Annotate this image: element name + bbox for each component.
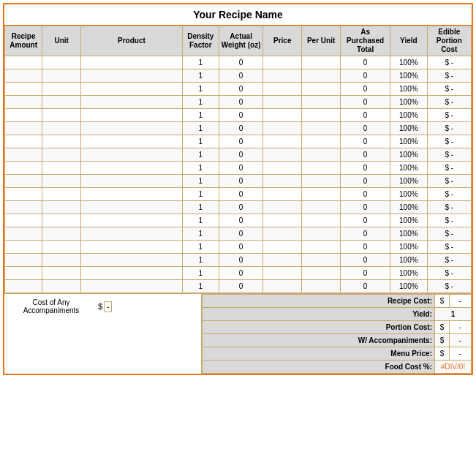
table-cell[interactable]: [42, 109, 81, 122]
table-cell[interactable]: [81, 83, 182, 96]
table-cell[interactable]: [263, 148, 302, 162]
table-cell[interactable]: [81, 175, 182, 188]
table-cell[interactable]: [81, 201, 182, 214]
table-cell[interactable]: [302, 122, 341, 135]
table-cell[interactable]: [42, 267, 81, 280]
table-cell[interactable]: [5, 175, 42, 188]
table-cell[interactable]: [42, 162, 81, 175]
table-cell[interactable]: [302, 96, 341, 109]
table-cell[interactable]: [5, 227, 42, 241]
table-cell[interactable]: [42, 175, 81, 188]
table-row: 100100%$ -: [5, 148, 472, 162]
table-cell[interactable]: [5, 83, 42, 96]
table-cell[interactable]: [263, 69, 302, 83]
table-cell[interactable]: [263, 135, 302, 148]
table-cell: 0: [219, 201, 262, 214]
table-cell[interactable]: [42, 188, 81, 201]
table-cell[interactable]: [263, 188, 302, 201]
table-cell: 100%: [390, 241, 427, 254]
accompaniments-value[interactable]: -: [104, 301, 112, 312]
table-cell[interactable]: [263, 83, 302, 96]
table-cell[interactable]: [42, 69, 81, 83]
table-cell[interactable]: [42, 227, 81, 241]
table-cell[interactable]: [263, 175, 302, 188]
table-cell[interactable]: [81, 148, 182, 162]
table-cell[interactable]: [5, 214, 42, 227]
table-cell[interactable]: [5, 148, 42, 162]
table-cell[interactable]: [42, 280, 81, 293]
table-cell[interactable]: [81, 188, 182, 201]
table-cell[interactable]: [302, 162, 341, 175]
table-cell[interactable]: [302, 175, 341, 188]
table-cell[interactable]: [42, 148, 81, 162]
table-cell: 100%: [390, 56, 427, 69]
table-cell[interactable]: [302, 83, 341, 96]
table-cell[interactable]: [5, 69, 42, 83]
table-cell[interactable]: [5, 280, 42, 293]
table-cell[interactable]: [42, 214, 81, 227]
table-cell[interactable]: [81, 109, 182, 122]
table-cell[interactable]: [5, 241, 42, 254]
table-cell[interactable]: [263, 254, 302, 267]
table-cell[interactable]: [42, 135, 81, 148]
table-cell[interactable]: [263, 214, 302, 227]
table-cell[interactable]: [5, 56, 42, 69]
table-cell[interactable]: [302, 214, 341, 227]
table-cell[interactable]: [81, 280, 182, 293]
table-cell[interactable]: [42, 56, 81, 69]
table-cell[interactable]: [302, 227, 341, 241]
table-cell[interactable]: [42, 241, 81, 254]
table-cell[interactable]: [5, 267, 42, 280]
table-cell[interactable]: [5, 254, 42, 267]
table-cell[interactable]: [81, 254, 182, 267]
table-cell[interactable]: [263, 162, 302, 175]
table-cell[interactable]: [302, 267, 341, 280]
table-cell[interactable]: [302, 135, 341, 148]
table-cell: 1: [182, 96, 219, 109]
table-cell[interactable]: [302, 280, 341, 293]
table-cell[interactable]: [263, 280, 302, 293]
table-cell[interactable]: [81, 96, 182, 109]
table-cell[interactable]: [5, 109, 42, 122]
table-cell[interactable]: [81, 69, 182, 83]
table-cell[interactable]: [263, 227, 302, 241]
table-cell[interactable]: [263, 109, 302, 122]
table-cell[interactable]: [5, 188, 42, 201]
table-cell[interactable]: [81, 135, 182, 148]
table-cell[interactable]: [42, 122, 81, 135]
table-cell[interactable]: [81, 241, 182, 254]
table-cell: 0: [341, 280, 390, 293]
table-cell[interactable]: [42, 83, 81, 96]
table-cell: $ -: [427, 175, 471, 188]
table-cell[interactable]: [302, 254, 341, 267]
table-row: 100100%$ -: [5, 188, 472, 201]
table-cell[interactable]: [81, 267, 182, 280]
table-cell[interactable]: [263, 96, 302, 109]
table-cell[interactable]: [302, 109, 341, 122]
table-row: 100100%$ -: [5, 175, 472, 188]
table-cell[interactable]: [302, 148, 341, 162]
table-cell[interactable]: [81, 56, 182, 69]
table-cell[interactable]: [42, 254, 81, 267]
table-cell[interactable]: [5, 96, 42, 109]
table-cell[interactable]: [302, 241, 341, 254]
table-cell[interactable]: [81, 122, 182, 135]
table-cell[interactable]: [81, 227, 182, 241]
table-cell[interactable]: [263, 267, 302, 280]
table-cell[interactable]: [42, 201, 81, 214]
table-cell[interactable]: [81, 162, 182, 175]
table-cell[interactable]: [263, 201, 302, 214]
table-cell[interactable]: [263, 56, 302, 69]
table-cell[interactable]: [42, 96, 81, 109]
table-cell[interactable]: [5, 135, 42, 148]
table-cell[interactable]: [5, 162, 42, 175]
table-cell[interactable]: [263, 241, 302, 254]
table-cell[interactable]: [5, 122, 42, 135]
table-cell[interactable]: [302, 201, 341, 214]
table-cell[interactable]: [81, 214, 182, 227]
table-cell[interactable]: [302, 69, 341, 83]
table-cell[interactable]: [302, 56, 341, 69]
table-cell[interactable]: [302, 188, 341, 201]
table-cell[interactable]: [5, 201, 42, 214]
table-cell[interactable]: [263, 122, 302, 135]
